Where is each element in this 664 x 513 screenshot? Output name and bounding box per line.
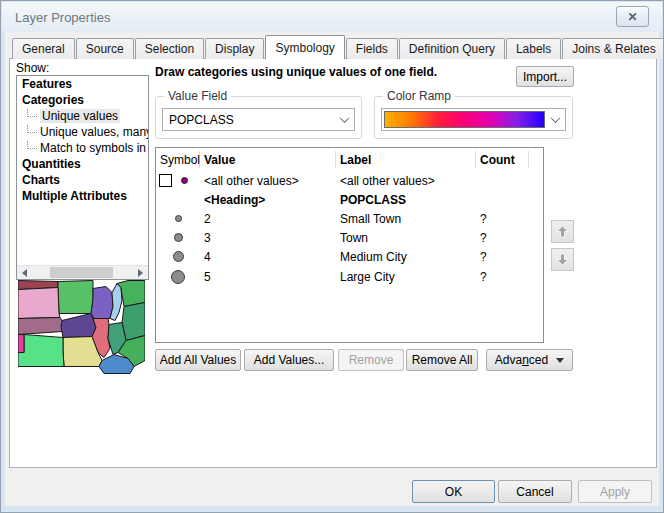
- row-count: ?: [476, 250, 529, 264]
- row-label: POPCLASS: [336, 193, 476, 207]
- color-ramp-label: Color Ramp: [383, 89, 455, 103]
- column-header-filler: [529, 151, 543, 168]
- tree-connector: [27, 141, 37, 149]
- close-icon: ✕: [627, 10, 637, 24]
- tab-symbology[interactable]: Symbology: [265, 35, 344, 59]
- row-value: 5: [200, 270, 336, 284]
- remove-all-button[interactable]: Remove All: [406, 349, 478, 371]
- show-label: Show:: [16, 61, 49, 75]
- graduated-symbol-icon[interactable]: [174, 233, 183, 242]
- dropdown-arrow-icon: [556, 358, 564, 363]
- row-count: ?: [476, 270, 529, 284]
- tab-general[interactable]: General: [12, 38, 75, 59]
- column-header-symbol: Symbol: [156, 151, 200, 168]
- row-label: Large City: [336, 270, 476, 284]
- row-count: ?: [476, 212, 529, 226]
- arrow-up-icon: [556, 225, 569, 238]
- all-other-values-checkbox[interactable]: [159, 174, 172, 187]
- color-ramp-group: Color Ramp: [374, 96, 573, 139]
- advanced-button[interactable]: Advanced: [486, 349, 573, 371]
- table-row[interactable]: <all other values> <all other values>: [156, 171, 543, 190]
- tab-display[interactable]: Display: [205, 38, 264, 59]
- map-preview: [18, 280, 145, 374]
- value-field-group: Value Field POPCLASS: [155, 96, 362, 139]
- scroll-left-arrow-icon[interactable]: [17, 266, 32, 279]
- chevron-down-icon: [334, 116, 354, 123]
- move-down-button: [551, 248, 574, 271]
- tree-item-unique-values-many[interactable]: Unique values, many: [17, 124, 148, 140]
- value-field-value: POPCLASS: [163, 113, 334, 127]
- close-button[interactable]: ✕: [616, 6, 649, 27]
- tree-item-unique-values[interactable]: Unique values: [17, 108, 148, 124]
- row-label: Medium City: [336, 250, 476, 264]
- add-values-button[interactable]: Add Values...: [244, 349, 334, 371]
- all-other-values-symbol-icon[interactable]: [181, 177, 188, 184]
- row-label: Town: [336, 231, 476, 245]
- tab-labels[interactable]: Labels: [506, 38, 561, 59]
- page-heading: Draw categories using unique values of o…: [155, 65, 437, 79]
- table-row[interactable]: 5 Large City ?: [156, 266, 543, 288]
- import-button[interactable]: Import...: [516, 66, 574, 87]
- color-ramp-swatch: [384, 111, 545, 128]
- apply-button: Apply: [578, 480, 652, 503]
- tab-source[interactable]: Source: [76, 38, 134, 59]
- row-label: <all other values>: [336, 174, 476, 188]
- row-value: <Heading>: [200, 193, 336, 207]
- tree-item-charts[interactable]: Charts: [17, 172, 148, 188]
- tree-connector: [27, 109, 37, 117]
- tree-horizontal-scrollbar[interactable]: [17, 265, 148, 279]
- row-label: Small Town: [336, 212, 476, 226]
- graduated-symbol-icon[interactable]: [175, 215, 182, 222]
- tree-item-categories[interactable]: Categories: [17, 92, 148, 108]
- table-header: Symbol Value Label Count: [156, 148, 543, 171]
- tab-definition-query[interactable]: Definition Query: [399, 38, 505, 59]
- value-symbol-table: Symbol Value Label Count <all other valu…: [155, 147, 544, 343]
- column-header-label: Label: [336, 151, 476, 168]
- table-row[interactable]: <Heading> POPCLASS: [156, 190, 543, 209]
- tab-joins-relates[interactable]: Joins & Relates: [562, 38, 664, 59]
- tab-strip: General Source Selection Display Symbolo…: [12, 38, 664, 59]
- chevron-down-icon: [545, 116, 565, 123]
- tree-item-features[interactable]: Features: [17, 76, 148, 92]
- table-row[interactable]: 4 Medium City ?: [156, 247, 543, 266]
- arrow-down-icon: [556, 253, 569, 266]
- row-value: 3: [200, 231, 336, 245]
- tree-item-multiple-attributes[interactable]: Multiple Attributes: [17, 188, 148, 204]
- column-header-count: Count: [476, 151, 529, 168]
- move-up-button: [551, 220, 574, 243]
- window-title: Layer Properties: [15, 10, 110, 25]
- row-count: ?: [476, 231, 529, 245]
- tree-connector: [27, 125, 37, 133]
- ok-button[interactable]: OK: [412, 480, 495, 503]
- scrollbar-track[interactable]: [32, 266, 133, 279]
- value-field-label: Value Field: [164, 89, 231, 103]
- scrollbar-thumb[interactable]: [50, 267, 113, 278]
- layer-properties-dialog: Layer Properties ✕ General Source Select…: [0, 0, 664, 513]
- row-value: 2: [200, 212, 336, 226]
- symbology-tab-page: Show: Features Categories Unique values …: [9, 58, 657, 468]
- table-row[interactable]: 3 Town ?: [156, 228, 543, 247]
- row-value: 4: [200, 250, 336, 264]
- graduated-symbol-icon[interactable]: [171, 270, 185, 284]
- row-value: <all other values>: [200, 174, 336, 188]
- value-field-combobox[interactable]: POPCLASS: [162, 108, 355, 131]
- graduated-symbol-icon[interactable]: [173, 251, 184, 262]
- title-bar: Layer Properties: [2, 2, 662, 32]
- scroll-right-arrow-icon[interactable]: [133, 266, 148, 279]
- table-row[interactable]: 2 Small Town ?: [156, 209, 543, 228]
- cancel-button[interactable]: Cancel: [498, 480, 572, 503]
- color-ramp-combobox[interactable]: [381, 108, 566, 131]
- renderer-tree: Features Categories Unique values Unique…: [16, 75, 149, 280]
- tree-item-match-symbols[interactable]: Match to symbols in a: [17, 140, 148, 156]
- advanced-label: Adva: [495, 353, 522, 367]
- remove-button: Remove: [338, 349, 404, 371]
- tab-selection[interactable]: Selection: [135, 38, 204, 59]
- tree-item-quantities[interactable]: Quantities: [17, 156, 148, 172]
- tab-fields[interactable]: Fields: [346, 38, 398, 59]
- column-header-value: Value: [200, 151, 336, 168]
- add-all-values-button[interactable]: Add All Values: [155, 349, 241, 371]
